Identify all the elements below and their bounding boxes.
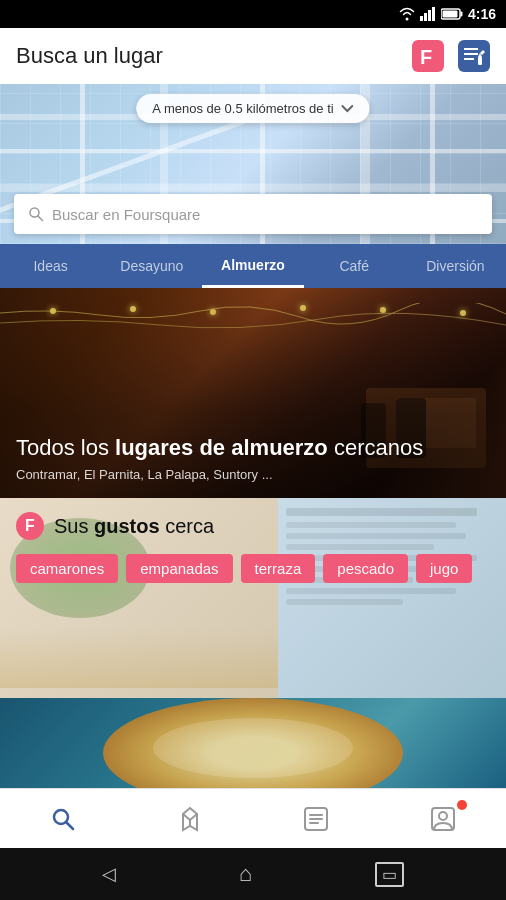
- tastes-title: Sus gustos cerca: [54, 515, 214, 538]
- tag-jugo[interactable]: jugo: [416, 554, 472, 583]
- svg-rect-10: [464, 48, 478, 50]
- location-text: A menos de 0.5 kilómetros de ti: [152, 101, 333, 116]
- foursquare-logo-icon[interactable]: F: [412, 40, 444, 72]
- tag-camarones[interactable]: camarones: [16, 554, 118, 583]
- tab-diversion[interactable]: Diversión: [405, 244, 506, 288]
- signal-icon: [420, 7, 436, 21]
- svg-rect-12: [464, 58, 474, 60]
- location-filter-pill[interactable]: A menos de 0.5 kilómetros de ti: [136, 94, 369, 123]
- svg-rect-0: [420, 16, 423, 21]
- tag-pescado[interactable]: pescado: [323, 554, 408, 583]
- svg-rect-5: [460, 12, 462, 17]
- svg-rect-3: [432, 7, 435, 21]
- list-icon: [303, 806, 329, 832]
- edit-list-icon[interactable]: [458, 40, 490, 72]
- svg-rect-2: [428, 10, 431, 21]
- tastes-header: F Sus gustos cerca: [16, 512, 490, 540]
- search-nav-icon: [50, 806, 76, 832]
- android-back-button[interactable]: ◁: [102, 863, 116, 885]
- nav-profile[interactable]: [413, 794, 473, 844]
- nav-checkin[interactable]: [160, 794, 220, 844]
- search-icon: [28, 206, 44, 222]
- svg-line-15: [38, 216, 43, 221]
- svg-text:F: F: [420, 46, 432, 68]
- svg-rect-6: [442, 11, 457, 18]
- tab-ideas[interactable]: Ideas: [0, 244, 101, 288]
- foursquare-f-icon: F: [16, 512, 44, 540]
- svg-rect-1: [424, 13, 427, 21]
- svg-line-17: [67, 822, 74, 829]
- map-search-bar[interactable]: Buscar en Foursquare: [14, 194, 492, 234]
- header-icons: F: [412, 40, 490, 72]
- svg-point-24: [439, 812, 447, 820]
- battery-icon: [441, 8, 463, 20]
- svg-rect-22: [309, 822, 319, 824]
- status-icons: 4:16: [399, 6, 496, 22]
- profile-notification-badge: [457, 800, 467, 810]
- card-content: Todos los lugares de almuerzo cercanos C…: [0, 419, 506, 498]
- nearby-card-subtitle: Contramar, El Parnita, La Palapa, Suntor…: [16, 467, 490, 482]
- svg-rect-20: [309, 814, 323, 816]
- svg-rect-13: [478, 57, 482, 65]
- svg-rect-11: [464, 53, 478, 55]
- map-area: A menos de 0.5 kilómetros de ti Buscar e…: [0, 84, 506, 244]
- top-header: Busca un lugar F: [0, 28, 506, 84]
- status-time: 4:16: [468, 6, 496, 22]
- search-placeholder: Buscar en Foursquare: [52, 206, 200, 223]
- category-tabs: Ideas Desayuno Almuerzo Café Diversión: [0, 244, 506, 288]
- tastes-content: F Sus gustos cerca camarones empanadas t…: [0, 498, 506, 698]
- tag-terraza[interactable]: terraza: [241, 554, 316, 583]
- chevron-down-icon: [342, 105, 354, 113]
- android-recents-button[interactable]: ▭: [375, 862, 404, 887]
- android-nav-bar: ◁ ⌂ ▭: [0, 848, 506, 900]
- nav-list[interactable]: [286, 794, 346, 844]
- svg-rect-21: [309, 818, 323, 820]
- tag-empanadas[interactable]: empanadas: [126, 554, 232, 583]
- tab-almuerzo[interactable]: Almuerzo: [202, 244, 303, 288]
- tastes-card[interactable]: F Sus gustos cerca camarones empanadas t…: [0, 498, 506, 698]
- checkin-icon: [179, 806, 201, 832]
- profile-icon: [430, 806, 456, 832]
- nearby-card-title: Todos los lugares de almuerzo cercanos: [16, 435, 490, 461]
- status-bar: 4:16: [0, 0, 506, 28]
- bottom-navigation: [0, 788, 506, 848]
- tab-desayuno[interactable]: Desayuno: [101, 244, 202, 288]
- wifi-icon: [399, 7, 415, 21]
- tags-container: camarones empanadas terraza pescado jugo: [16, 554, 490, 583]
- bottom-preview-card[interactable]: [0, 698, 506, 788]
- page-title: Busca un lugar: [16, 43, 163, 69]
- tab-cafe[interactable]: Café: [304, 244, 405, 288]
- nearby-places-card[interactable]: Todos los lugares de almuerzo cercanos C…: [0, 288, 506, 498]
- android-home-button[interactable]: ⌂: [239, 861, 252, 887]
- svg-rect-9: [458, 40, 490, 72]
- nav-search[interactable]: [33, 794, 93, 844]
